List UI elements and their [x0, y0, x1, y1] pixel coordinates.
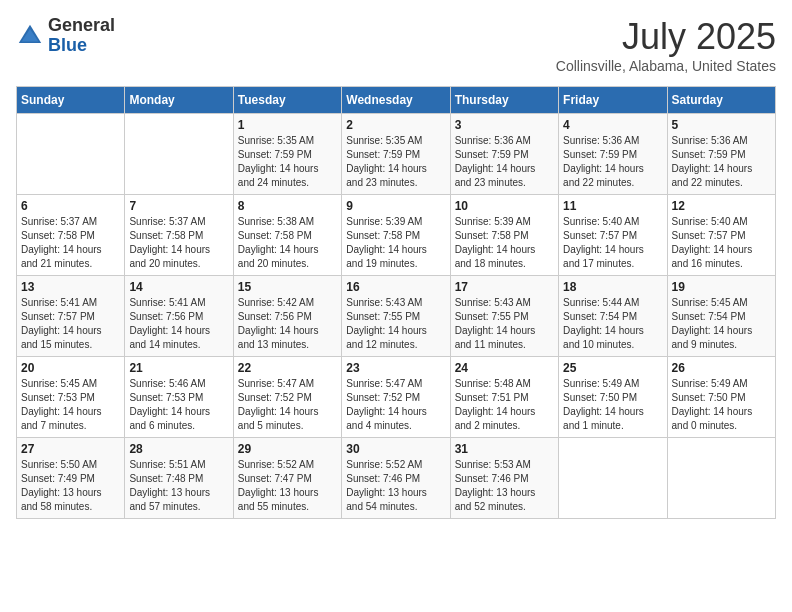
calendar-cell: 4Sunrise: 5:36 AMSunset: 7:59 PMDaylight…: [559, 114, 667, 195]
calendar-cell: 8Sunrise: 5:38 AMSunset: 7:58 PMDaylight…: [233, 195, 341, 276]
day-number: 9: [346, 199, 445, 213]
day-number: 27: [21, 442, 120, 456]
day-info: Sunrise: 5:36 AMSunset: 7:59 PMDaylight:…: [672, 134, 771, 190]
calendar-week-4: 20Sunrise: 5:45 AMSunset: 7:53 PMDayligh…: [17, 357, 776, 438]
day-info: Sunrise: 5:49 AMSunset: 7:50 PMDaylight:…: [672, 377, 771, 433]
calendar-cell: 11Sunrise: 5:40 AMSunset: 7:57 PMDayligh…: [559, 195, 667, 276]
day-info: Sunrise: 5:36 AMSunset: 7:59 PMDaylight:…: [455, 134, 554, 190]
day-info: Sunrise: 5:47 AMSunset: 7:52 PMDaylight:…: [238, 377, 337, 433]
calendar-cell: 20Sunrise: 5:45 AMSunset: 7:53 PMDayligh…: [17, 357, 125, 438]
calendar-table: SundayMondayTuesdayWednesdayThursdayFrid…: [16, 86, 776, 519]
calendar-cell: 21Sunrise: 5:46 AMSunset: 7:53 PMDayligh…: [125, 357, 233, 438]
month-year-title: July 2025: [556, 16, 776, 58]
day-number: 3: [455, 118, 554, 132]
day-number: 26: [672, 361, 771, 375]
calendar-cell: 29Sunrise: 5:52 AMSunset: 7:47 PMDayligh…: [233, 438, 341, 519]
day-info: Sunrise: 5:48 AMSunset: 7:51 PMDaylight:…: [455, 377, 554, 433]
day-number: 21: [129, 361, 228, 375]
logo-icon: [16, 22, 44, 50]
day-number: 2: [346, 118, 445, 132]
calendar-cell: 12Sunrise: 5:40 AMSunset: 7:57 PMDayligh…: [667, 195, 775, 276]
day-number: 23: [346, 361, 445, 375]
calendar-cell: 13Sunrise: 5:41 AMSunset: 7:57 PMDayligh…: [17, 276, 125, 357]
day-number: 17: [455, 280, 554, 294]
day-info: Sunrise: 5:35 AMSunset: 7:59 PMDaylight:…: [346, 134, 445, 190]
weekday-header-thursday: Thursday: [450, 87, 558, 114]
calendar-cell: 19Sunrise: 5:45 AMSunset: 7:54 PMDayligh…: [667, 276, 775, 357]
calendar-cell: 18Sunrise: 5:44 AMSunset: 7:54 PMDayligh…: [559, 276, 667, 357]
weekday-header-row: SundayMondayTuesdayWednesdayThursdayFrid…: [17, 87, 776, 114]
calendar-cell: 28Sunrise: 5:51 AMSunset: 7:48 PMDayligh…: [125, 438, 233, 519]
day-info: Sunrise: 5:52 AMSunset: 7:46 PMDaylight:…: [346, 458, 445, 514]
logo-blue-text: Blue: [48, 35, 87, 55]
day-info: Sunrise: 5:47 AMSunset: 7:52 PMDaylight:…: [346, 377, 445, 433]
day-number: 30: [346, 442, 445, 456]
calendar-cell: 22Sunrise: 5:47 AMSunset: 7:52 PMDayligh…: [233, 357, 341, 438]
day-number: 6: [21, 199, 120, 213]
calendar-week-1: 1Sunrise: 5:35 AMSunset: 7:59 PMDaylight…: [17, 114, 776, 195]
day-info: Sunrise: 5:40 AMSunset: 7:57 PMDaylight:…: [672, 215, 771, 271]
day-info: Sunrise: 5:36 AMSunset: 7:59 PMDaylight:…: [563, 134, 662, 190]
day-info: Sunrise: 5:37 AMSunset: 7:58 PMDaylight:…: [21, 215, 120, 271]
day-number: 15: [238, 280, 337, 294]
day-info: Sunrise: 5:45 AMSunset: 7:53 PMDaylight:…: [21, 377, 120, 433]
day-number: 19: [672, 280, 771, 294]
calendar-cell: 9Sunrise: 5:39 AMSunset: 7:58 PMDaylight…: [342, 195, 450, 276]
calendar-cell: 6Sunrise: 5:37 AMSunset: 7:58 PMDaylight…: [17, 195, 125, 276]
weekday-header-monday: Monday: [125, 87, 233, 114]
calendar-cell: [667, 438, 775, 519]
day-number: 8: [238, 199, 337, 213]
calendar-cell: 14Sunrise: 5:41 AMSunset: 7:56 PMDayligh…: [125, 276, 233, 357]
day-info: Sunrise: 5:37 AMSunset: 7:58 PMDaylight:…: [129, 215, 228, 271]
calendar-cell: 17Sunrise: 5:43 AMSunset: 7:55 PMDayligh…: [450, 276, 558, 357]
day-number: 7: [129, 199, 228, 213]
day-info: Sunrise: 5:41 AMSunset: 7:56 PMDaylight:…: [129, 296, 228, 352]
calendar-cell: 16Sunrise: 5:43 AMSunset: 7:55 PMDayligh…: [342, 276, 450, 357]
calendar-week-2: 6Sunrise: 5:37 AMSunset: 7:58 PMDaylight…: [17, 195, 776, 276]
page-header: General Blue July 2025 Collinsville, Ala…: [16, 16, 776, 74]
day-info: Sunrise: 5:41 AMSunset: 7:57 PMDaylight:…: [21, 296, 120, 352]
calendar-cell: 26Sunrise: 5:49 AMSunset: 7:50 PMDayligh…: [667, 357, 775, 438]
day-number: 4: [563, 118, 662, 132]
location-subtitle: Collinsville, Alabama, United States: [556, 58, 776, 74]
weekday-header-saturday: Saturday: [667, 87, 775, 114]
weekday-header-friday: Friday: [559, 87, 667, 114]
day-number: 20: [21, 361, 120, 375]
day-info: Sunrise: 5:39 AMSunset: 7:58 PMDaylight:…: [346, 215, 445, 271]
calendar-cell: [125, 114, 233, 195]
day-number: 14: [129, 280, 228, 294]
day-info: Sunrise: 5:50 AMSunset: 7:49 PMDaylight:…: [21, 458, 120, 514]
logo: General Blue: [16, 16, 115, 56]
calendar-cell: 30Sunrise: 5:52 AMSunset: 7:46 PMDayligh…: [342, 438, 450, 519]
day-number: 22: [238, 361, 337, 375]
day-number: 31: [455, 442, 554, 456]
weekday-header-sunday: Sunday: [17, 87, 125, 114]
calendar-cell: 10Sunrise: 5:39 AMSunset: 7:58 PMDayligh…: [450, 195, 558, 276]
calendar-cell: 1Sunrise: 5:35 AMSunset: 7:59 PMDaylight…: [233, 114, 341, 195]
day-info: Sunrise: 5:43 AMSunset: 7:55 PMDaylight:…: [455, 296, 554, 352]
logo-general-text: General: [48, 15, 115, 35]
day-info: Sunrise: 5:51 AMSunset: 7:48 PMDaylight:…: [129, 458, 228, 514]
calendar-week-3: 13Sunrise: 5:41 AMSunset: 7:57 PMDayligh…: [17, 276, 776, 357]
day-number: 25: [563, 361, 662, 375]
calendar-cell: 23Sunrise: 5:47 AMSunset: 7:52 PMDayligh…: [342, 357, 450, 438]
day-number: 18: [563, 280, 662, 294]
weekday-header-wednesday: Wednesday: [342, 87, 450, 114]
weekday-header-tuesday: Tuesday: [233, 87, 341, 114]
day-number: 10: [455, 199, 554, 213]
day-info: Sunrise: 5:46 AMSunset: 7:53 PMDaylight:…: [129, 377, 228, 433]
calendar-cell: 7Sunrise: 5:37 AMSunset: 7:58 PMDaylight…: [125, 195, 233, 276]
day-info: Sunrise: 5:39 AMSunset: 7:58 PMDaylight:…: [455, 215, 554, 271]
calendar-cell: 31Sunrise: 5:53 AMSunset: 7:46 PMDayligh…: [450, 438, 558, 519]
day-number: 11: [563, 199, 662, 213]
day-info: Sunrise: 5:45 AMSunset: 7:54 PMDaylight:…: [672, 296, 771, 352]
day-number: 29: [238, 442, 337, 456]
day-info: Sunrise: 5:52 AMSunset: 7:47 PMDaylight:…: [238, 458, 337, 514]
calendar-cell: 27Sunrise: 5:50 AMSunset: 7:49 PMDayligh…: [17, 438, 125, 519]
day-number: 28: [129, 442, 228, 456]
day-info: Sunrise: 5:49 AMSunset: 7:50 PMDaylight:…: [563, 377, 662, 433]
day-number: 24: [455, 361, 554, 375]
calendar-cell: 2Sunrise: 5:35 AMSunset: 7:59 PMDaylight…: [342, 114, 450, 195]
calendar-cell: [17, 114, 125, 195]
day-info: Sunrise: 5:43 AMSunset: 7:55 PMDaylight:…: [346, 296, 445, 352]
